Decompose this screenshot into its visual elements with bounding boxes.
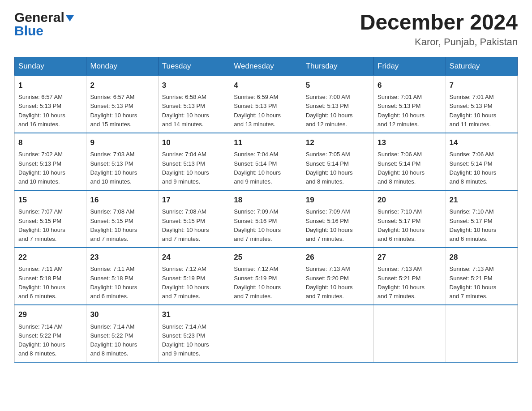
- day-number: 31: [162, 309, 226, 321]
- day-info: Sunrise: 7:05 AMSunset: 5:14 PMDaylight:…: [306, 150, 370, 186]
- day-info: Sunrise: 7:14 AMSunset: 5:23 PMDaylight:…: [162, 322, 226, 359]
- calendar-cell: 13Sunrise: 7:06 AMSunset: 5:14 PMDayligh…: [374, 133, 446, 190]
- day-number: 26: [306, 252, 370, 263]
- logo-triangle-icon: [66, 15, 74, 21]
- day-number: 16: [90, 194, 154, 206]
- day-number: 11: [234, 137, 298, 149]
- day-number: 22: [18, 252, 82, 263]
- day-info: Sunrise: 6:58 AMSunset: 5:13 PMDaylight:…: [162, 93, 226, 129]
- day-number: 14: [450, 137, 514, 149]
- calendar-cell: 3Sunrise: 6:58 AMSunset: 5:13 PMDaylight…: [158, 76, 230, 133]
- calendar-cell: 22Sunrise: 7:11 AMSunset: 5:18 PMDayligh…: [15, 248, 86, 305]
- day-number: 12: [306, 137, 370, 149]
- calendar-cell: 17Sunrise: 7:08 AMSunset: 5:15 PMDayligh…: [158, 190, 230, 248]
- column-header-tuesday: Tuesday: [158, 57, 230, 76]
- day-info: Sunrise: 7:04 AMSunset: 5:13 PMDaylight:…: [162, 150, 226, 186]
- day-info: Sunrise: 7:06 AMSunset: 5:14 PMDaylight:…: [450, 150, 514, 186]
- day-info: Sunrise: 7:04 AMSunset: 5:14 PMDaylight:…: [234, 150, 298, 186]
- day-number: 28: [450, 252, 514, 263]
- day-number: 4: [234, 80, 298, 91]
- calendar-cell: 12Sunrise: 7:05 AMSunset: 5:14 PMDayligh…: [302, 133, 373, 190]
- day-number: 6: [378, 80, 442, 91]
- day-info: Sunrise: 6:59 AMSunset: 5:13 PMDaylight:…: [234, 93, 298, 129]
- calendar-cell: [230, 305, 302, 362]
- calendar-cell: 14Sunrise: 7:06 AMSunset: 5:14 PMDayligh…: [446, 133, 517, 190]
- calendar-week-row: 8Sunrise: 7:02 AMSunset: 5:13 PMDaylight…: [15, 133, 518, 190]
- calendar-cell: [374, 305, 446, 362]
- calendar-cell: 15Sunrise: 7:07 AMSunset: 5:15 PMDayligh…: [15, 190, 86, 248]
- day-info: Sunrise: 7:02 AMSunset: 5:13 PMDaylight:…: [18, 150, 82, 186]
- day-info: Sunrise: 7:09 AMSunset: 5:16 PMDaylight:…: [234, 207, 298, 244]
- day-number: 23: [90, 252, 154, 263]
- calendar-cell: 11Sunrise: 7:04 AMSunset: 5:14 PMDayligh…: [230, 133, 302, 190]
- day-info: Sunrise: 7:08 AMSunset: 5:15 PMDaylight:…: [162, 207, 226, 244]
- day-number: 24: [162, 252, 226, 263]
- calendar-cell: 25Sunrise: 7:12 AMSunset: 5:19 PMDayligh…: [230, 248, 302, 305]
- day-number: 8: [18, 137, 82, 149]
- day-info: Sunrise: 7:07 AMSunset: 5:15 PMDaylight:…: [18, 207, 82, 244]
- day-info: Sunrise: 7:10 AMSunset: 5:17 PMDaylight:…: [378, 207, 442, 244]
- calendar-header-row: SundayMondayTuesdayWednesdayThursdayFrid…: [15, 57, 518, 76]
- column-header-thursday: Thursday: [302, 57, 373, 76]
- day-number: 9: [90, 137, 154, 149]
- calendar-cell: 9Sunrise: 7:03 AMSunset: 5:13 PMDaylight…: [86, 133, 158, 190]
- month-title: December 2024: [360, 11, 518, 34]
- calendar-cell: 24Sunrise: 7:12 AMSunset: 5:19 PMDayligh…: [158, 248, 230, 305]
- day-info: Sunrise: 7:08 AMSunset: 5:15 PMDaylight:…: [90, 207, 154, 244]
- day-number: 25: [234, 252, 298, 263]
- day-number: 3: [162, 80, 226, 91]
- calendar-week-row: 15Sunrise: 7:07 AMSunset: 5:15 PMDayligh…: [15, 190, 518, 248]
- day-number: 17: [162, 194, 226, 206]
- day-number: 19: [306, 194, 370, 206]
- page-header: General Blue December 2024 Karor, Punjab…: [14, 11, 518, 48]
- day-info: Sunrise: 7:11 AMSunset: 5:18 PMDaylight:…: [18, 265, 82, 301]
- day-info: Sunrise: 6:57 AMSunset: 5:13 PMDaylight:…: [90, 93, 154, 129]
- day-info: Sunrise: 6:57 AMSunset: 5:13 PMDaylight:…: [18, 93, 82, 129]
- day-number: 2: [90, 80, 154, 91]
- column-header-sunday: Sunday: [15, 57, 86, 76]
- day-number: 30: [90, 309, 154, 321]
- day-info: Sunrise: 7:14 AMSunset: 5:22 PMDaylight:…: [90, 322, 154, 359]
- day-info: Sunrise: 7:00 AMSunset: 5:13 PMDaylight:…: [306, 93, 370, 129]
- calendar-cell: 1Sunrise: 6:57 AMSunset: 5:13 PMDaylight…: [15, 76, 86, 133]
- day-number: 15: [18, 194, 82, 206]
- day-info: Sunrise: 7:13 AMSunset: 5:20 PMDaylight:…: [306, 265, 370, 301]
- calendar-cell: 29Sunrise: 7:14 AMSunset: 5:22 PMDayligh…: [15, 305, 86, 362]
- calendar-week-row: 1Sunrise: 6:57 AMSunset: 5:13 PMDaylight…: [15, 76, 518, 133]
- day-number: 5: [306, 80, 370, 91]
- calendar-cell: 31Sunrise: 7:14 AMSunset: 5:23 PMDayligh…: [158, 305, 230, 362]
- day-info: Sunrise: 7:14 AMSunset: 5:22 PMDaylight:…: [18, 322, 82, 359]
- calendar-cell: 4Sunrise: 6:59 AMSunset: 5:13 PMDaylight…: [230, 76, 302, 133]
- day-info: Sunrise: 7:06 AMSunset: 5:14 PMDaylight:…: [378, 150, 442, 186]
- calendar-week-row: 22Sunrise: 7:11 AMSunset: 5:18 PMDayligh…: [15, 248, 518, 305]
- day-number: 7: [450, 80, 514, 91]
- day-info: Sunrise: 7:12 AMSunset: 5:19 PMDaylight:…: [234, 265, 298, 301]
- calendar-cell: [302, 305, 373, 362]
- calendar-cell: 18Sunrise: 7:09 AMSunset: 5:16 PMDayligh…: [230, 190, 302, 248]
- calendar-cell: 8Sunrise: 7:02 AMSunset: 5:13 PMDaylight…: [15, 133, 86, 190]
- day-info: Sunrise: 7:09 AMSunset: 5:16 PMDaylight:…: [306, 207, 370, 244]
- calendar-cell: 7Sunrise: 7:01 AMSunset: 5:13 PMDaylight…: [446, 76, 517, 133]
- calendar-cell: 28Sunrise: 7:13 AMSunset: 5:21 PMDayligh…: [446, 248, 517, 305]
- title-area: December 2024 Karor, Punjab, Pakistan: [360, 11, 518, 48]
- logo-blue-text: Blue: [14, 23, 43, 38]
- calendar-cell: 19Sunrise: 7:09 AMSunset: 5:16 PMDayligh…: [302, 190, 373, 248]
- logo: General Blue: [14, 11, 74, 38]
- calendar-cell: 16Sunrise: 7:08 AMSunset: 5:15 PMDayligh…: [86, 190, 158, 248]
- logo-general-text: General: [14, 11, 64, 24]
- calendar-cell: 10Sunrise: 7:04 AMSunset: 5:13 PMDayligh…: [158, 133, 230, 190]
- day-info: Sunrise: 7:10 AMSunset: 5:17 PMDaylight:…: [450, 207, 514, 244]
- column-header-monday: Monday: [86, 57, 158, 76]
- day-info: Sunrise: 7:01 AMSunset: 5:13 PMDaylight:…: [450, 93, 514, 129]
- calendar-cell: 23Sunrise: 7:11 AMSunset: 5:18 PMDayligh…: [86, 248, 158, 305]
- calendar-cell: 30Sunrise: 7:14 AMSunset: 5:22 PMDayligh…: [86, 305, 158, 362]
- day-number: 20: [378, 194, 442, 206]
- calendar-cell: 6Sunrise: 7:01 AMSunset: 5:13 PMDaylight…: [374, 76, 446, 133]
- column-header-friday: Friday: [374, 57, 446, 76]
- column-header-saturday: Saturday: [446, 57, 517, 76]
- column-header-wednesday: Wednesday: [230, 57, 302, 76]
- calendar-cell: 27Sunrise: 7:13 AMSunset: 5:21 PMDayligh…: [374, 248, 446, 305]
- calendar-cell: 20Sunrise: 7:10 AMSunset: 5:17 PMDayligh…: [374, 190, 446, 248]
- day-number: 13: [378, 137, 442, 149]
- day-number: 27: [378, 252, 442, 263]
